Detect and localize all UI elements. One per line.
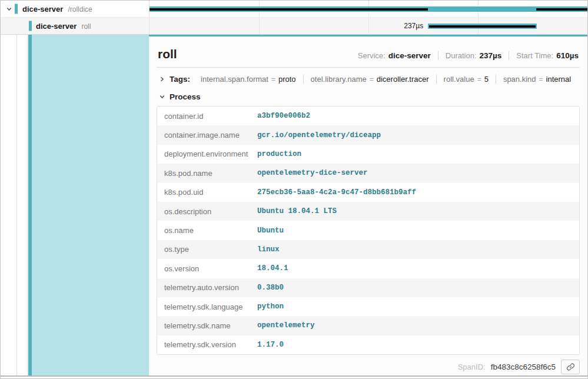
span-meta-value: 237µs <box>480 51 502 60</box>
process-value: a3bf90e006b2 <box>257 112 310 120</box>
collapse-children-button[interactable] <box>5 5 13 13</box>
service-color-bar <box>29 21 32 31</box>
process-value: Ubuntu <box>257 227 284 235</box>
process-value: 0.38b0 <box>257 284 284 292</box>
process-key: container.id <box>157 112 257 121</box>
tag-item: span.kind = internal <box>496 75 578 84</box>
indent-guide <box>27 35 28 375</box>
span-meta-label: Service: <box>358 51 386 60</box>
process-key: telemetry.auto.version <box>157 283 257 292</box>
span-row-rolldice[interactable]: dice-server/rolldice <box>1 1 587 18</box>
span-operation-title: roll <box>158 47 177 61</box>
tag-key: otel.library.name <box>311 75 367 84</box>
process-key: k8s.pod.name <box>157 169 257 178</box>
service-color-bar <box>15 4 18 14</box>
process-key-value-table: container.id a3bf90e006b2 container.imag… <box>157 106 580 355</box>
chevron-right-icon <box>159 76 165 82</box>
process-key: telemetry.sdk.name <box>157 321 257 330</box>
tag-value: internal <box>546 75 572 84</box>
table-row: k8s.pod.name opentelemetry-dice-server <box>157 164 579 182</box>
process-value: 18.04.1 <box>257 264 288 272</box>
detail-row-bottom-border <box>1 375 587 377</box>
span-bar-rolldice[interactable] <box>150 6 587 12</box>
timeline-track: 237µs <box>149 18 587 34</box>
tag-item: roll.value = 5 <box>436 75 496 84</box>
process-key: os.type <box>157 245 257 254</box>
span-detail-row: roll Service: dice-server Duration: 237µ… <box>1 35 587 375</box>
spanid-value: fb483c8c6258f6c5 <box>491 363 556 371</box>
tags-label: Tags: <box>170 75 190 84</box>
selected-span-indent-block[interactable] <box>32 35 149 375</box>
process-value: 1.17.0 <box>257 341 284 349</box>
table-row: os.name Ubuntu <box>157 221 579 240</box>
tag-key: roll.value <box>444 75 474 84</box>
tags-section-header[interactable]: Tags: internal.span.format = proto otel.… <box>157 75 580 84</box>
process-key: telemetry.sdk.language <box>157 302 257 311</box>
tag-key: span.kind <box>503 75 536 84</box>
process-value: opentelemetry-dice-server <box>257 169 368 177</box>
span-meta-label: Duration: <box>446 51 477 60</box>
process-value: gcr.io/opentelemetry/diceapp <box>257 131 381 139</box>
process-value: opentelemetry <box>257 321 315 330</box>
table-row: telemetry.sdk.name opentelemetry <box>157 316 579 335</box>
span-row-roll[interactable]: dice-serverroll 237µs <box>1 18 587 35</box>
process-key: os.description <box>157 207 257 216</box>
process-key: telemetry.sdk.version <box>157 340 257 349</box>
chevron-down-icon <box>159 94 165 100</box>
process-collapse-button[interactable] <box>158 93 166 101</box>
link-icon <box>566 363 575 371</box>
critical-path-segment <box>429 25 536 28</box>
span-meta-item: Duration: 237µs <box>438 51 502 60</box>
process-value: linux <box>257 245 280 254</box>
tag-equals: = <box>477 75 481 84</box>
span-detail-header: roll Service: dice-server Duration: 237µ… <box>157 44 580 61</box>
span-meta-value: dice-server <box>388 51 431 60</box>
indent-guide <box>16 35 17 375</box>
span-meta: Service: dice-server Duration: 237µs Sta… <box>358 51 579 60</box>
process-key: os.name <box>157 226 257 235</box>
tag-value: diceroller.tracer <box>377 75 429 84</box>
timeline-track <box>149 1 587 17</box>
tag-equals: = <box>271 75 275 84</box>
span-meta-item: Start Time: 610µs <box>509 51 579 60</box>
operation-name: roll <box>81 22 91 31</box>
operation-name: /rolldice <box>68 5 92 14</box>
span-detail-footer: SpanID: fb483c8c6258f6c5 <box>157 360 580 374</box>
tag-equals: = <box>370 75 374 84</box>
chevron-down-icon <box>6 6 12 12</box>
span-name-column[interactable]: dice-serverroll <box>1 18 149 34</box>
process-key: deployment.environment <box>157 149 257 158</box>
process-key: container.image.name <box>157 131 257 139</box>
table-row: os.description Ubuntu 18.04.1 LTS <box>157 202 579 221</box>
service-name: dice-server/rolldice <box>22 5 92 14</box>
table-row: deployment.environment production <box>157 145 579 164</box>
process-section-header[interactable]: Process <box>157 92 580 101</box>
process-key: os.version <box>157 264 257 273</box>
header-divider <box>157 67 580 68</box>
table-row: container.id a3bf90e006b2 <box>157 107 579 125</box>
table-row: container.image.name gcr.io/opentelemetr… <box>157 125 579 144</box>
table-row: os.type linux <box>157 240 579 259</box>
tag-key: internal.span.format <box>201 75 268 84</box>
trace-timeline-window: dice-server/rolldice dice-serverroll 237… <box>0 0 588 379</box>
tag-value: proto <box>278 75 296 84</box>
table-row: k8s.pod.uid 275ecb36-5aa8-4c2a-9c47-d8bb… <box>157 183 579 202</box>
table-row: os.version 18.04.1 <box>157 259 579 278</box>
span-duration-label: 237µs <box>150 18 428 34</box>
table-row: telemetry.auto.version 0.38b0 <box>157 278 579 297</box>
tag-list: internal.span.format = proto otel.librar… <box>194 75 578 84</box>
span-bar-roll[interactable] <box>428 24 537 29</box>
tag-value: 5 <box>484 75 489 84</box>
process-value: Ubuntu 18.04.1 LTS <box>257 207 337 215</box>
process-value: production <box>257 150 301 158</box>
service-name: dice-serverroll <box>36 22 91 31</box>
tags-expand-button[interactable] <box>158 75 166 84</box>
copy-link-button[interactable] <box>561 360 580 374</box>
span-name-column[interactable]: dice-server/rolldice <box>1 1 149 17</box>
tag-item: otel.library.name = diceroller.tracer <box>303 75 436 84</box>
table-row: telemetry.sdk.language python <box>157 297 579 316</box>
span-detail-panel: roll Service: dice-server Duration: 237µ… <box>149 35 587 375</box>
process-key: k8s.pod.uid <box>157 188 257 197</box>
spanid-label: SpanID: <box>458 363 486 371</box>
span-meta-value: 610µs <box>556 51 579 60</box>
